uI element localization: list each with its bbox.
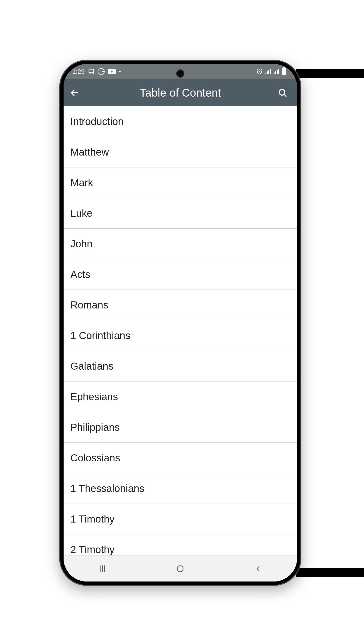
svg-rect-3 (178, 566, 183, 571)
battery-icon (282, 68, 286, 75)
list-item[interactable]: 1 Thessalonians (64, 473, 297, 504)
list-item-label: 1 Timothy (70, 513, 114, 525)
list-item-label: Romans (70, 299, 108, 311)
list-item-label: 1 Corinthians (70, 330, 130, 342)
image-icon (88, 68, 94, 75)
list-item[interactable]: Colossians (64, 443, 297, 473)
status-time: 1:29 (72, 68, 85, 76)
list-item-label: Galatians (70, 360, 113, 372)
list-item-label: Colossians (70, 452, 120, 464)
list-item-label: 1 Thessalonians (70, 483, 144, 494)
alarm-icon (256, 68, 262, 75)
list-item-label: Introduction (70, 116, 124, 128)
signal-icon (274, 69, 279, 74)
list-item[interactable]: 2 Timothy (64, 534, 297, 555)
nav-recents-button[interactable] (88, 561, 117, 576)
list-item[interactable]: Romans (64, 290, 297, 320)
search-button[interactable] (273, 79, 292, 106)
list-item-label: Ephesians (70, 391, 118, 403)
list-item[interactable]: Philippians (64, 412, 297, 443)
dot-icon (119, 71, 120, 72)
list-item[interactable]: Luke (64, 198, 297, 228)
screen: 1:29 (64, 64, 297, 582)
list-item-label: Mark (70, 177, 93, 188)
list-item[interactable]: Galatians (64, 351, 297, 382)
signal-icon (266, 69, 271, 74)
list-item-label: Acts (70, 269, 90, 280)
phone-frame: 1:29 (60, 61, 300, 585)
list-item[interactable]: 1 Corinthians (64, 320, 297, 351)
decoration-bar (296, 69, 364, 78)
list-item[interactable]: John (64, 228, 297, 259)
nav-back-button[interactable] (244, 561, 273, 576)
list-item-label: Philippians (70, 422, 120, 433)
toc-list[interactable]: Introduction Matthew Mark Luke John Acts… (64, 106, 297, 555)
list-item-label: Matthew (70, 146, 109, 158)
nav-home-button[interactable] (166, 561, 195, 576)
list-item-label: Luke (70, 208, 92, 219)
list-item-label: 2 Timothy (70, 544, 114, 555)
google-icon (98, 68, 104, 75)
camera-punch-hole (176, 70, 184, 78)
list-item[interactable]: Acts (64, 259, 297, 290)
decoration-bar (296, 568, 364, 577)
list-item-label: John (70, 238, 92, 250)
list-item[interactable]: 1 Timothy (64, 504, 297, 534)
app-bar: Table of Content (64, 79, 297, 106)
page-title: Table of Content (64, 86, 297, 99)
youtube-icon (108, 69, 116, 74)
list-item[interactable]: Matthew (64, 137, 297, 168)
list-item[interactable]: Mark (64, 168, 297, 198)
list-item[interactable]: Introduction (64, 106, 297, 137)
back-button[interactable] (64, 79, 86, 106)
system-nav-bar (64, 555, 297, 582)
list-item[interactable]: Ephesians (64, 382, 297, 412)
